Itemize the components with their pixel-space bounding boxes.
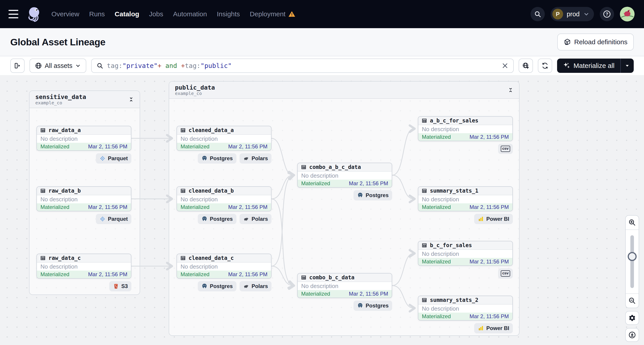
asset-node-raw-data-c[interactable]: raw_data_c No description Materialized M… [36,254,132,279]
group-location: example_co [175,91,215,96]
asset-status: Materialized [422,313,451,320]
asset-node-raw-data-a[interactable]: raw_data_a No description Materialized M… [36,126,132,151]
asset-timestamp: Mar 2, 11:56 PM [228,204,268,210]
menu-icon[interactable] [8,10,18,18]
asset-description: No description [37,262,131,270]
download-graph-button[interactable] [625,328,639,342]
asset-description: No description [177,195,271,203]
asset-status: Materialized [40,204,69,210]
zoom-in-button[interactable] [626,216,639,230]
asset-status: Materialized [422,204,451,210]
asset-scope-dropdown[interactable]: All assets [30,58,86,73]
kind-tag-polars: Polars [240,214,272,224]
parquet-icon [100,216,106,222]
kind-tag-parquet: Parquet [96,153,132,164]
asset-status: Materialized [180,144,210,150]
materialize-options-button[interactable] [621,58,634,73]
search-button[interactable] [530,7,545,21]
lineage-toolbar: All assets tag:"private"+ and +tag:"publ… [0,56,644,75]
nav-item-deployment[interactable]: Deployment [250,10,296,18]
asset-status: Materialized [301,180,330,186]
materialize-all-button[interactable]: Materialize all [557,58,634,73]
asset-node-summary-stats-1[interactable]: summary_stats_1 No description Materiali… [418,186,513,212]
asset-node-summary-stats-2[interactable]: summary_stats_2 No description Materiali… [418,296,513,321]
kind-tag-postgres: Postgres [198,281,236,291]
kind-tag-polars: Polars [240,281,272,291]
zoom-slider-thumb[interactable] [628,252,637,261]
asset-timestamp: Mar 2, 11:56 PM [88,271,127,278]
panel-expand-icon [14,62,21,69]
svg-text:?: ? [606,12,608,16]
asset-node-cleaned-data-b[interactable]: cleaned_data_b No description Materializ… [176,186,272,212]
chevron-down-icon [624,63,630,68]
postgres-icon [201,283,208,289]
table-icon [180,127,186,133]
asset-description: No description [37,195,131,203]
zoom-out-icon [628,297,636,304]
asset-description: No description [418,125,512,133]
kind-tag-powerbi: Power BI [474,323,513,334]
dagster-global-asset-lineage: Overview Runs Catalog Jobs Automation In… [0,0,644,345]
dagster-logo[interactable] [25,5,42,23]
polars-icon [243,283,250,289]
kind-tag-csv: csv [498,144,513,154]
graph-settings-button[interactable] [625,311,639,325]
asset-description: No description [298,282,392,290]
zoom-slider[interactable] [626,230,639,294]
page-header: Global Asset Lineage Reload definitions [0,28,644,56]
asset-node-raw-data-b[interactable]: raw_data_b No description Materialized M… [36,186,132,212]
asset-node-cleaned-data-c[interactable]: cleaned_data_c No description Materializ… [176,254,272,279]
asset-node-combo-b-c-data[interactable]: combo_b_c_data No description Materializ… [297,273,392,298]
asset-node-combo-a-b-c-data[interactable]: combo_a_b_c_data No description Material… [297,163,392,188]
filter-query-text: tag:"private"+ and +tag:"public" [107,62,498,70]
refresh-button[interactable] [538,58,552,73]
asset-status: Materialized [301,291,330,297]
asset-filter-input[interactable]: tag:"private"+ and +tag:"public" [91,58,514,73]
zoom-in-icon [628,219,636,226]
nav-item-catalog[interactable]: Catalog [115,10,139,18]
lineage-canvas[interactable]: sensitive_data example_co public_data ex… [0,75,644,345]
deployment-badge: P [552,9,563,20]
avatar-bird-image [620,7,634,22]
asset-status: Materialized [422,258,451,265]
download-icon [628,331,636,339]
open-sidebar-button[interactable] [10,58,24,73]
asset-node-b-c-for-sales[interactable]: b_c_for_sales No description Materialize… [418,241,513,266]
nav-item-insights[interactable]: Insights [217,10,240,18]
kind-tag-postgres: Postgres [354,300,392,311]
nav-item-runs[interactable]: Runs [89,10,105,18]
group-title: sensitive_data [35,94,86,100]
asset-timestamp: Mar 2, 11:56 PM [88,144,127,150]
powerbi-icon [478,216,484,222]
asset-node-a-b-c-for-sales[interactable]: a_b_c_for_sales No description Materiali… [418,116,513,141]
asset-description: No description [37,135,131,143]
user-avatar[interactable] [620,7,634,22]
polars-icon [243,216,250,222]
nav-item-overview[interactable]: Overview [52,10,79,18]
sparkles-icon [563,62,570,70]
visible-assets-button[interactable] [519,58,533,73]
asset-description: No description [418,250,512,258]
kind-tag-csv: csv [498,268,513,279]
close-icon [502,62,508,69]
collapse-group-button[interactable] [508,87,513,93]
group-location: example_co [35,100,86,105]
table-icon [301,274,306,280]
asset-timestamp: Mar 2, 11:56 PM [349,180,388,186]
reload-definitions-button[interactable]: Reload definitions [557,34,634,50]
asset-timestamp: Mar 2, 11:56 PM [470,313,509,320]
asset-node-cleaned-data-a[interactable]: cleaned_data_a No description Materializ… [176,126,272,151]
help-button[interactable]: ? [600,7,614,21]
table-icon [40,127,46,133]
nav-item-jobs[interactable]: Jobs [149,10,163,18]
clear-filter-button[interactable] [502,62,508,69]
zoom-slider-track[interactable] [630,235,634,288]
asset-timestamp: Mar 2, 11:56 PM [470,258,509,265]
postgres-icon [201,155,208,162]
chevron-down-icon [75,63,81,68]
nav-item-automation[interactable]: Automation [173,10,207,18]
collapse-group-button[interactable] [128,97,134,102]
deployment-switcher[interactable]: P prod [550,7,594,21]
zoom-out-button[interactable] [626,294,639,308]
top-nav: Overview Runs Catalog Jobs Automation In… [0,0,644,28]
